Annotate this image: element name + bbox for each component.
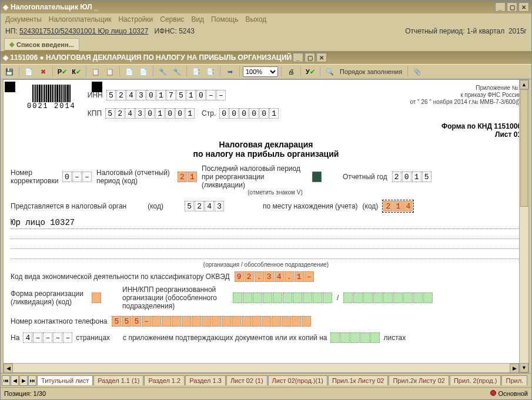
menu-exit[interactable]: Выход xyxy=(245,15,266,23)
tool-magnify-icon[interactable]: 🔍 xyxy=(323,66,336,78)
menu-settings[interactable]: Настройки xyxy=(118,15,153,23)
save-icon[interactable]: 💾 xyxy=(3,66,16,78)
reorg-label: Форма реорганизации (ликвидация) (код) xyxy=(11,290,87,306)
correction-field[interactable]: 0–– xyxy=(62,172,92,182)
reorg-inn-field[interactable] xyxy=(233,293,332,303)
np-label: НП: xyxy=(5,27,18,35)
org-name-line4[interactable] xyxy=(11,251,521,259)
scroll-up-icon[interactable]: ▲ xyxy=(520,80,528,89)
appendix-line1: Приложение №1 xyxy=(386,85,521,92)
menu-help[interactable]: Помощь xyxy=(211,15,238,23)
mode-label: Основной xyxy=(498,390,528,397)
declaration-subtitle: по налогу на прибыль организаций xyxy=(11,149,521,159)
tool-last-icon[interactable]: 📎 xyxy=(411,66,424,78)
list-tab[interactable]: ◈ Список введенн... xyxy=(4,38,79,51)
scroll-left-icon[interactable]: ◀ xyxy=(4,364,13,373)
knd-label: Форма по КНД 1151006 xyxy=(441,122,521,130)
tool-a-icon[interactable]: 📋 xyxy=(89,66,102,78)
list-tab-label: Список введенн... xyxy=(16,41,74,48)
lastperiod-checkbox[interactable] xyxy=(312,172,322,182)
np-value[interactable]: 5243017510/524301001 Юр лицо 10327 xyxy=(19,27,148,35)
tab-next-icon[interactable]: ▶ xyxy=(19,375,28,386)
info-bar: НП: 5243017510/524301001 Юр лицо 10327 И… xyxy=(1,25,531,37)
reorg-inn-label: ИНН/КПП реорганизованной организации (об… xyxy=(122,285,228,310)
period-label: Отчетный период: xyxy=(405,27,464,35)
sheet-tab-4[interactable]: Лист 02 (1) xyxy=(226,375,267,385)
tool-doc-icon[interactable]: 📄 xyxy=(22,66,35,78)
document-area: 0021 2014 ИНН 5243017510–– Приложение №1… xyxy=(3,79,529,373)
menu-taxpayer[interactable]: Налогоплательщик xyxy=(49,15,112,23)
maximize-button[interactable]: ▢ xyxy=(507,2,517,12)
tool-delete-icon[interactable]: ✖ xyxy=(36,66,49,78)
reorg-code-field[interactable] xyxy=(92,293,101,303)
org-name-field[interactable]: Юр лицо 10327 xyxy=(11,217,521,229)
close-button[interactable]: ✕ xyxy=(518,2,529,12)
arrow-right-icon[interactable]: ➡ xyxy=(223,66,236,78)
sheet-tab-1[interactable]: Раздел 1.1 (1) xyxy=(93,375,143,385)
tool-b-icon[interactable]: 📋 xyxy=(103,66,116,78)
tool-f-icon[interactable]: 🔧 xyxy=(170,66,183,78)
submit-label: Представляется в налоговый орган xyxy=(11,202,126,210)
year-field[interactable]: 2015 xyxy=(392,172,431,182)
org-name-line3[interactable] xyxy=(11,241,521,249)
sheet-tab-9[interactable]: Прил. xyxy=(501,375,527,385)
slash: / xyxy=(337,294,339,302)
taxperiod-label: Налоговый (отчетный) период (код) xyxy=(96,169,173,185)
scroll-down-icon[interactable]: ▼ xyxy=(520,363,528,372)
org-name-line2[interactable] xyxy=(11,231,521,239)
scroll-right-icon[interactable]: ▶ xyxy=(510,364,519,373)
u-button[interactable]: У✔ xyxy=(304,66,317,78)
tab-prev-icon[interactable]: ◀ xyxy=(11,375,19,386)
document-title-bar: ◈ 1151006 ● НАЛОГОВАЯ ДЕКЛАРАЦИЯ ПО НАЛО… xyxy=(1,51,531,64)
kpp-field[interactable]: 524301001 xyxy=(105,108,195,119)
sheet-tab-7[interactable]: Прил.2к Листу 02 xyxy=(389,375,449,385)
vertical-scrollbar[interactable]: ▲ ▼ xyxy=(519,80,528,372)
pages-count-field[interactable]: 4–––– xyxy=(23,332,72,343)
sheet-tab-3[interactable]: Раздел 1.3 xyxy=(185,375,226,385)
tool-g-icon[interactable]: 📑 xyxy=(190,66,203,78)
sheet-tab-8[interactable]: Прил. 2(прод.) xyxy=(450,375,501,385)
doc-minimize-button[interactable]: _ xyxy=(293,53,303,62)
minimize-button[interactable]: _ xyxy=(495,2,506,12)
print-icon[interactable]: 🖨 xyxy=(285,66,297,78)
reorg-kpp-field[interactable] xyxy=(343,293,433,303)
sheet-tab-2[interactable]: Раздел 1.2 xyxy=(144,375,185,385)
marker-tr xyxy=(92,82,102,92)
sheet-tab-6[interactable]: Прил.1к Листу 02 xyxy=(328,375,388,385)
year-label: Отчетный год xyxy=(343,173,387,181)
menu-view[interactable]: Вид xyxy=(191,15,204,23)
tool-e-icon[interactable]: 🔧 xyxy=(156,66,169,78)
tool-h-icon[interactable]: 📑 xyxy=(204,66,217,78)
sheets-label: листах xyxy=(383,334,406,342)
zoom-select[interactable]: 100% xyxy=(243,66,278,77)
sheet-tab-0[interactable]: Титульный лист xyxy=(37,375,93,385)
ifns-value: 5243 xyxy=(179,27,195,35)
attach-count-field[interactable] xyxy=(330,332,380,343)
taxperiod-field[interactable]: 21 xyxy=(178,172,197,182)
tab-last-icon[interactable]: ⏭ xyxy=(28,375,36,386)
page-label: Стр. xyxy=(202,109,216,117)
k-button[interactable]: К✔ xyxy=(70,66,83,78)
tab-first-icon[interactable]: ⏮ xyxy=(2,375,10,386)
tool-d-icon[interactable]: 📄 xyxy=(137,66,150,78)
inn-field[interactable]: 5243017510–– xyxy=(106,90,226,100)
okved-field[interactable]: 92.34.1– xyxy=(235,271,314,282)
menu-service[interactable]: Сервис xyxy=(160,15,184,23)
scroll-thumb[interactable] xyxy=(520,89,528,207)
doc-maximize-button[interactable]: ▢ xyxy=(305,53,315,62)
menu-documents[interactable]: Документы xyxy=(5,15,42,23)
order-label[interactable]: Порядок заполнения xyxy=(337,68,404,75)
submit-code-field[interactable]: 5243 xyxy=(185,201,224,211)
phone-field[interactable]: 555– xyxy=(112,316,311,327)
p-button[interactable]: Р✔ xyxy=(56,66,69,78)
place-code-field[interactable]: 214 xyxy=(383,200,413,212)
barcode: 0021 2014 xyxy=(27,85,76,110)
sheet-tab-5[interactable]: Лист 02(прод.)(1) xyxy=(268,375,327,385)
horizontal-scrollbar[interactable]: ◀ ▶ xyxy=(4,363,519,372)
tool-c-icon[interactable]: 📄 xyxy=(123,66,136,78)
sheet-tabs: ⏮ ◀ ▶ ⏭ Титульный листРаздел 1.1 (1)Разд… xyxy=(1,373,531,387)
doc-close-button[interactable]: ✕ xyxy=(316,53,327,62)
status-led-icon xyxy=(490,390,496,396)
sheet-label: Лист 01 xyxy=(495,130,521,139)
app-title: Налогоплательщик ЮЛ _ xyxy=(11,3,98,11)
